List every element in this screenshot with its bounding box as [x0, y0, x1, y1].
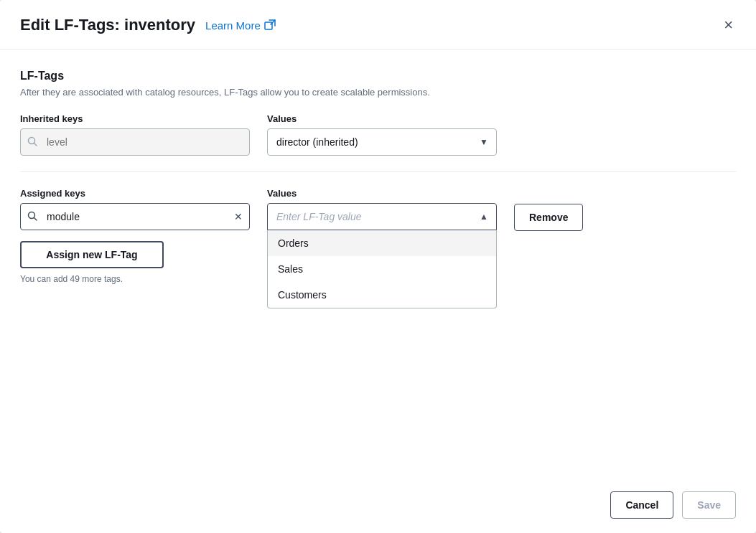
assigned-values-input[interactable]: Enter LF-Tag value	[267, 203, 497, 230]
inherited-values-label: Values	[267, 113, 497, 124]
inherited-values-select-wrapper: director (inherited) ▼	[267, 128, 497, 156]
modal-title-area: Edit LF-Tags: inventory Learn More	[20, 16, 276, 34]
inherited-keys-label: Inherited keys	[20, 113, 250, 124]
modal-body: LF-Tags After they are associated with c…	[0, 49, 756, 477]
assigned-values-placeholder: Enter LF-Tag value	[276, 211, 362, 222]
assigned-keys-section: Assigned keys ✕ Values	[20, 188, 736, 284]
learn-more-link[interactable]: Learn More	[205, 19, 276, 32]
save-button[interactable]: Save	[682, 491, 736, 519]
assigned-values-group: Values Enter LF-Tag value ▲ Orders Sales	[267, 188, 497, 230]
learn-more-label: Learn More	[205, 19, 261, 32]
assigned-keys-label: Assigned keys	[20, 188, 250, 199]
assigned-search-wrapper: ✕	[20, 203, 250, 230]
lftags-section-title: LF-Tags	[20, 70, 736, 82]
dropdown-item-customers[interactable]: Customers	[268, 282, 496, 308]
assigned-keys-group: Assigned keys ✕	[20, 188, 250, 230]
inherited-values-selected: director (inherited)	[276, 136, 358, 148]
inherited-keys-input[interactable]	[20, 128, 250, 156]
assign-new-lftag-button[interactable]: Assign new LF-Tag	[20, 241, 164, 268]
inherited-values-group: Values director (inherited) ▼	[267, 113, 497, 156]
edit-lftags-modal: Edit LF-Tags: inventory Learn More × LF-…	[0, 0, 756, 533]
remove-button[interactable]: Remove	[514, 204, 583, 231]
remove-group: Remove	[514, 188, 583, 231]
close-button[interactable]: ×	[721, 14, 736, 36]
assigned-fields-row: Assigned keys ✕ Values	[20, 188, 736, 231]
close-icon: ×	[724, 17, 733, 33]
assigned-values-label: Values	[267, 188, 497, 199]
assigned-keys-input[interactable]	[20, 203, 250, 230]
assigned-values-dropdown-wrapper: Enter LF-Tag value ▲ Orders Sales Custo	[267, 203, 497, 230]
inherited-keys-group: Inherited keys	[20, 113, 250, 156]
external-link-icon	[264, 19, 276, 31]
dropdown-list: Orders Sales Customers	[267, 230, 497, 308]
inherited-values-select[interactable]: director (inherited)	[267, 128, 497, 156]
modal-header: Edit LF-Tags: inventory Learn More ×	[0, 0, 756, 49]
section-divider	[20, 171, 736, 172]
inherited-fields-row: Inherited keys Values	[20, 113, 736, 156]
clear-assigned-keys-icon[interactable]: ✕	[234, 211, 243, 222]
modal-title: Edit LF-Tags: inventory	[20, 16, 195, 34]
cancel-button[interactable]: Cancel	[610, 491, 673, 519]
modal-footer: Cancel Save	[0, 477, 756, 533]
dropdown-item-sales[interactable]: Sales	[268, 256, 496, 282]
lftags-section: LF-Tags After they are associated with c…	[20, 70, 736, 156]
dropdown-item-orders[interactable]: Orders	[268, 230, 496, 256]
inherited-search-wrapper	[20, 128, 250, 156]
lftags-section-description: After they are associated with catalog r…	[20, 87, 736, 98]
